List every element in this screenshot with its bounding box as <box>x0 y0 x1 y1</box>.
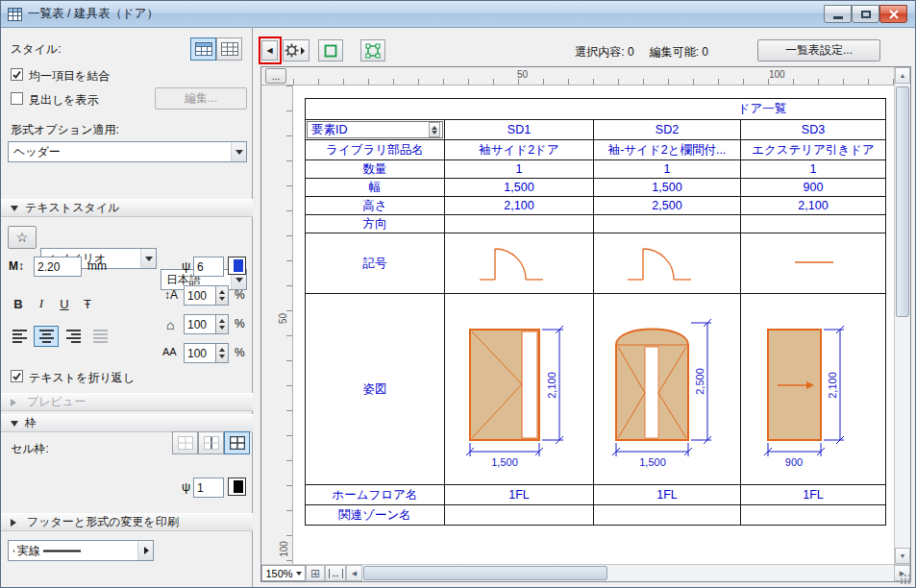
door-swing-symbol <box>614 237 720 289</box>
bold-button[interactable]: B <box>7 293 30 314</box>
cell-empty[interactable] <box>740 215 885 233</box>
column-header[interactable]: SD1 <box>444 120 593 139</box>
text-pen-color-swatch[interactable] <box>228 257 246 275</box>
sort-control[interactable] <box>429 122 440 137</box>
align-right-button[interactable] <box>61 326 86 347</box>
style-merged-button[interactable] <box>190 37 216 61</box>
horizontal-scrollbar[interactable] <box>362 565 894 581</box>
style-grid-button[interactable] <box>216 37 242 61</box>
cell-value[interactable]: 2,100 <box>740 197 885 214</box>
cell-empty[interactable] <box>593 215 740 233</box>
cell-value[interactable]: 2,500 <box>593 197 740 214</box>
schedule-canvas[interactable]: ドア一覧 要素ID SD1 SD2 SD3 <box>293 86 894 564</box>
cell-empty[interactable] <box>740 505 885 525</box>
resize-grip[interactable] <box>900 574 911 585</box>
maximize-button[interactable] <box>852 5 879 23</box>
cell-value[interactable]: 900 <box>740 179 885 196</box>
collapse-panel-button[interactable]: ◀ <box>261 40 278 61</box>
cell-value[interactable]: エクステリア引きドア <box>740 140 885 159</box>
cell-empty[interactable] <box>444 215 593 233</box>
frame-section-header[interactable]: 枠 <box>1 414 253 432</box>
frame-pen-input[interactable]: 1 <box>193 478 224 498</box>
cell-value[interactable]: 1,500 <box>444 179 593 196</box>
marquee-select-button[interactable] <box>360 39 385 61</box>
minimize-button[interactable] <box>824 5 852 23</box>
column-header[interactable]: SD3 <box>740 120 885 139</box>
door-schedule-table[interactable]: ドア一覧 要素ID SD1 SD2 SD3 <box>305 98 886 526</box>
fit-width-button[interactable]: ↔ <box>325 565 346 581</box>
cell-empty[interactable] <box>593 505 740 525</box>
favorite-button[interactable]: ☆ <box>8 226 37 249</box>
kerning-value[interactable]: 100 <box>184 343 216 363</box>
frame-pen-color-swatch[interactable] <box>228 478 246 496</box>
scroll-down-button[interactable]: ▼ <box>895 548 910 564</box>
cell-frame-all-button[interactable] <box>224 431 250 454</box>
stepper-arrows[interactable] <box>216 343 229 363</box>
char-spacing-value[interactable]: 100 <box>184 314 216 334</box>
line-spacing-value[interactable]: 100 <box>184 285 216 306</box>
stepper-arrows[interactable] <box>216 314 229 334</box>
underline-button[interactable]: U <box>53 293 76 314</box>
cell-frame-inner-button[interactable] <box>198 431 224 454</box>
preview-section-header[interactable]: プレビュー <box>1 393 253 411</box>
text-pen-input[interactable]: 6 <box>193 257 224 277</box>
cell-value[interactable]: 1 <box>740 160 885 178</box>
scheme-settings-button[interactable] <box>283 39 309 61</box>
cell-frame-none-button[interactable] <box>172 431 198 454</box>
cell-value[interactable]: 袖サイド2ドア <box>444 140 593 159</box>
ruler-ticks <box>286 86 292 564</box>
merge-items-checkbox[interactable] <box>11 68 23 83</box>
vertical-scroll-thumb[interactable] <box>896 86 909 317</box>
table-row: ライブラリ部品名 袖サイド2ドア 袖-サイド2と欄間付... エクステリア引きド… <box>306 139 885 159</box>
footer-section-header[interactable]: フッターと形式の変更を印刷 <box>1 513 253 531</box>
horizontal-ruler[interactable]: ... 50 100 <box>261 67 894 86</box>
schedule-settings-button[interactable]: 一覧表設定... <box>757 39 880 61</box>
show-headline-checkbox[interactable] <box>11 92 23 108</box>
close-button[interactable] <box>879 5 907 23</box>
cell-value[interactable]: 1FL <box>444 485 593 504</box>
cell-value[interactable]: 1 <box>593 160 740 178</box>
column-header[interactable]: SD2 <box>593 120 740 139</box>
sort-up-icon <box>432 123 437 130</box>
align-center-button[interactable] <box>34 326 59 347</box>
door-elevation-sd3[interactable]: 2,100 900 <box>740 294 885 484</box>
door-elevation-sd1[interactable]: 2,100 1,500 <box>444 294 593 484</box>
cell-value[interactable]: 袖-サイド2と欄間付... <box>593 140 740 159</box>
door-symbol-sd1[interactable] <box>444 233 593 293</box>
line-type-select[interactable]: 実線 <box>8 540 154 561</box>
cell-value[interactable]: 1FL <box>593 485 740 504</box>
cell-value[interactable]: 1FL <box>740 485 885 504</box>
main-area: ◀ <box>253 28 915 587</box>
align-justify-button[interactable] <box>87 326 112 347</box>
format-option-select[interactable]: ヘッダー <box>8 141 247 162</box>
scroll-up-button[interactable]: ▲ <box>895 67 910 84</box>
kerning-stepper[interactable]: 100 <box>184 343 229 363</box>
stepper-arrows[interactable] <box>216 285 229 306</box>
line-spacing-stepper[interactable]: 100 <box>184 285 229 306</box>
vertical-ruler[interactable]: 50 100 <box>276 86 293 564</box>
italic-button[interactable]: I <box>30 293 53 314</box>
char-spacing-stepper[interactable]: 100 <box>184 314 229 334</box>
text-height-input[interactable]: 2.20 <box>34 257 82 277</box>
text-style-section-header[interactable]: テキストスタイル <box>1 199 253 217</box>
wrap-text-checkbox[interactable] <box>11 370 23 384</box>
door-symbol-sd2[interactable] <box>593 233 740 293</box>
cell-empty[interactable] <box>444 505 593 525</box>
door-symbol-sd3[interactable] <box>740 233 885 293</box>
scroll-left-button[interactable]: ◀ <box>346 565 362 581</box>
vertical-scrollbar[interactable]: ▲ ▼ <box>894 67 910 564</box>
align-left-button[interactable] <box>7 326 32 347</box>
strikethrough-button[interactable]: Ŧ <box>76 293 99 314</box>
edit-button[interactable]: 編集... <box>155 87 247 110</box>
id-header-cell[interactable]: 要素ID <box>307 121 443 138</box>
fit-to-screen-button[interactable]: ⊞ <box>306 565 325 581</box>
door-elevation-sd2[interactable]: 2,500 1,500 <box>593 294 740 484</box>
table-row: 高さ 2,100 2,500 2,100 <box>306 196 885 214</box>
cell-value[interactable]: 2,100 <box>444 197 593 214</box>
zoom-select[interactable]: 150% <box>261 565 306 581</box>
cell-value[interactable]: 1,500 <box>593 179 740 196</box>
horizontal-scroll-thumb[interactable] <box>363 566 607 580</box>
ruler-corner-button[interactable]: ... <box>265 68 286 84</box>
select-elements-button[interactable] <box>318 39 343 61</box>
cell-value[interactable]: 1 <box>444 160 593 178</box>
